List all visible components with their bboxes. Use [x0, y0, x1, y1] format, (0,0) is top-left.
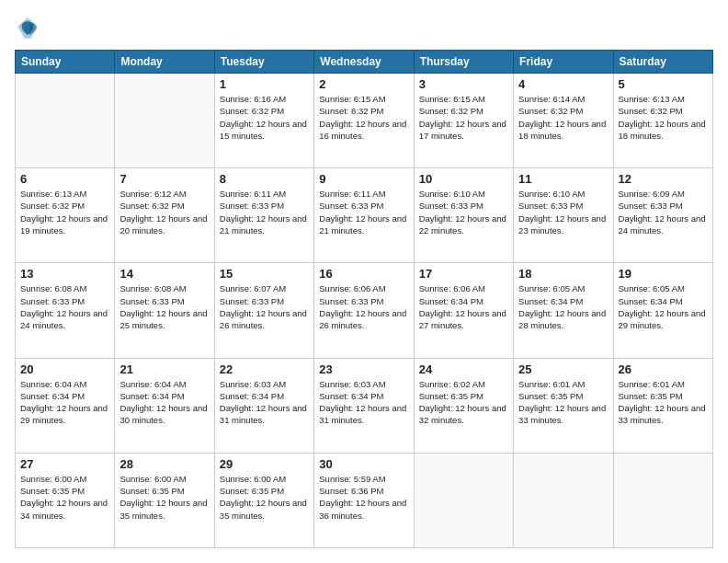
calendar-cell: 19Sunrise: 6:05 AM Sunset: 6:34 PM Dayli… — [613, 263, 712, 358]
calendar-cell — [613, 453, 712, 547]
weekday-header: Saturday — [613, 51, 712, 74]
calendar-cell: 10Sunrise: 6:10 AM Sunset: 6:33 PM Dayli… — [414, 168, 513, 263]
weekday-header: Friday — [514, 51, 613, 74]
day-info: Sunrise: 6:06 AM Sunset: 6:33 PM Dayligh… — [319, 282, 408, 331]
calendar-table: SundayMondayTuesdayWednesdayThursdayFrid… — [15, 50, 713, 548]
day-number: 1 — [220, 77, 309, 91]
calendar-cell: 9Sunrise: 6:11 AM Sunset: 6:33 PM Daylig… — [314, 168, 414, 263]
day-info: Sunrise: 6:14 AM Sunset: 6:32 PM Dayligh… — [518, 93, 608, 142]
day-number: 26 — [619, 362, 708, 376]
day-info: Sunrise: 6:10 AM Sunset: 6:33 PM Dayligh… — [419, 188, 508, 236]
logo-icon — [15, 15, 40, 40]
day-info: Sunrise: 6:12 AM Sunset: 6:32 PM Dayligh… — [119, 188, 209, 236]
day-number: 17 — [419, 267, 508, 281]
day-info: Sunrise: 6:16 AM Sunset: 6:32 PM Dayligh… — [220, 93, 309, 142]
calendar-cell — [115, 74, 214, 168]
day-info: Sunrise: 6:11 AM Sunset: 6:33 PM Dayligh… — [220, 188, 309, 236]
day-number: 5 — [619, 77, 708, 91]
calendar-cell: 25Sunrise: 6:01 AM Sunset: 6:35 PM Dayli… — [514, 358, 613, 453]
calendar-week-row: 1Sunrise: 6:16 AM Sunset: 6:32 PM Daylig… — [16, 74, 713, 168]
day-number: 23 — [319, 362, 408, 376]
day-info: Sunrise: 6:08 AM Sunset: 6:33 PM Dayligh… — [20, 282, 109, 331]
day-number: 11 — [518, 172, 608, 186]
weekday-header: Wednesday — [314, 51, 414, 74]
day-number: 19 — [619, 267, 708, 281]
day-info: Sunrise: 6:01 AM Sunset: 6:35 PM Dayligh… — [619, 378, 708, 427]
day-number: 21 — [119, 362, 209, 376]
day-info: Sunrise: 6:00 AM Sunset: 6:35 PM Dayligh… — [20, 473, 109, 522]
weekday-header: Tuesday — [214, 51, 313, 74]
calendar-cell: 1Sunrise: 6:16 AM Sunset: 6:32 PM Daylig… — [214, 74, 313, 168]
day-number: 16 — [319, 267, 408, 281]
weekday-header: Monday — [115, 51, 214, 74]
day-info: Sunrise: 6:06 AM Sunset: 6:34 PM Dayligh… — [419, 282, 508, 331]
calendar-cell: 13Sunrise: 6:08 AM Sunset: 6:33 PM Dayli… — [16, 263, 115, 358]
day-number: 14 — [119, 267, 209, 281]
calendar-cell: 17Sunrise: 6:06 AM Sunset: 6:34 PM Dayli… — [414, 263, 513, 358]
day-info: Sunrise: 6:10 AM Sunset: 6:33 PM Dayligh… — [518, 188, 608, 236]
calendar-cell: 26Sunrise: 6:01 AM Sunset: 6:35 PM Dayli… — [613, 358, 712, 453]
day-info: Sunrise: 5:59 AM Sunset: 6:36 PM Dayligh… — [319, 473, 408, 522]
logo — [15, 15, 44, 40]
calendar-cell: 4Sunrise: 6:14 AM Sunset: 6:32 PM Daylig… — [514, 74, 613, 168]
calendar-cell: 2Sunrise: 6:15 AM Sunset: 6:32 PM Daylig… — [314, 74, 414, 168]
day-info: Sunrise: 6:13 AM Sunset: 6:32 PM Dayligh… — [619, 93, 708, 142]
header — [15, 15, 713, 40]
day-info: Sunrise: 6:00 AM Sunset: 6:35 PM Dayligh… — [119, 473, 209, 522]
calendar-cell: 30Sunrise: 5:59 AM Sunset: 6:36 PM Dayli… — [314, 453, 414, 547]
day-number: 2 — [319, 77, 408, 91]
calendar-cell: 28Sunrise: 6:00 AM Sunset: 6:35 PM Dayli… — [115, 453, 214, 547]
calendar-week-row: 6Sunrise: 6:13 AM Sunset: 6:32 PM Daylig… — [16, 168, 713, 263]
day-info: Sunrise: 6:00 AM Sunset: 6:35 PM Dayligh… — [220, 473, 309, 522]
calendar-cell: 16Sunrise: 6:06 AM Sunset: 6:33 PM Dayli… — [314, 263, 414, 358]
day-info: Sunrise: 6:15 AM Sunset: 6:32 PM Dayligh… — [419, 93, 508, 142]
day-info: Sunrise: 6:02 AM Sunset: 6:35 PM Dayligh… — [419, 378, 508, 427]
calendar-cell — [414, 453, 513, 547]
calendar-cell: 15Sunrise: 6:07 AM Sunset: 6:33 PM Dayli… — [214, 263, 313, 358]
day-number: 6 — [20, 172, 109, 186]
calendar-week-row: 13Sunrise: 6:08 AM Sunset: 6:33 PM Dayli… — [16, 263, 713, 358]
day-number: 29 — [220, 457, 309, 471]
calendar-cell: 21Sunrise: 6:04 AM Sunset: 6:34 PM Dayli… — [115, 358, 214, 453]
day-info: Sunrise: 6:09 AM Sunset: 6:33 PM Dayligh… — [619, 188, 708, 236]
calendar-cell: 20Sunrise: 6:04 AM Sunset: 6:34 PM Dayli… — [16, 358, 115, 453]
calendar-cell — [514, 453, 613, 547]
day-number: 8 — [220, 172, 309, 186]
weekday-header: Thursday — [414, 51, 513, 74]
day-number: 9 — [319, 172, 408, 186]
calendar-header-row: SundayMondayTuesdayWednesdayThursdayFrid… — [16, 51, 713, 74]
day-number: 12 — [619, 172, 708, 186]
day-info: Sunrise: 6:08 AM Sunset: 6:33 PM Dayligh… — [119, 282, 209, 331]
day-info: Sunrise: 6:07 AM Sunset: 6:33 PM Dayligh… — [220, 282, 309, 331]
calendar-week-row: 20Sunrise: 6:04 AM Sunset: 6:34 PM Dayli… — [16, 358, 713, 453]
calendar-cell: 6Sunrise: 6:13 AM Sunset: 6:32 PM Daylig… — [16, 168, 115, 263]
calendar-cell: 5Sunrise: 6:13 AM Sunset: 6:32 PM Daylig… — [613, 74, 712, 168]
calendar-cell: 22Sunrise: 6:03 AM Sunset: 6:34 PM Dayli… — [214, 358, 313, 453]
day-info: Sunrise: 6:01 AM Sunset: 6:35 PM Dayligh… — [518, 378, 608, 427]
day-number: 3 — [419, 77, 508, 91]
day-info: Sunrise: 6:05 AM Sunset: 6:34 PM Dayligh… — [619, 282, 708, 331]
day-number: 7 — [119, 172, 209, 186]
day-info: Sunrise: 6:13 AM Sunset: 6:32 PM Dayligh… — [20, 188, 109, 236]
calendar-week-row: 27Sunrise: 6:00 AM Sunset: 6:35 PM Dayli… — [16, 453, 713, 547]
day-number: 18 — [518, 267, 608, 281]
day-number: 28 — [119, 457, 209, 471]
calendar-cell: 29Sunrise: 6:00 AM Sunset: 6:35 PM Dayli… — [214, 453, 313, 547]
day-info: Sunrise: 6:03 AM Sunset: 6:34 PM Dayligh… — [319, 378, 408, 427]
page: SundayMondayTuesdayWednesdayThursdayFrid… — [0, 0, 728, 563]
day-number: 25 — [518, 362, 608, 376]
calendar-cell: 7Sunrise: 6:12 AM Sunset: 6:32 PM Daylig… — [115, 168, 214, 263]
day-number: 4 — [518, 77, 608, 91]
calendar-cell: 24Sunrise: 6:02 AM Sunset: 6:35 PM Dayli… — [414, 358, 513, 453]
day-number: 20 — [20, 362, 109, 376]
day-info: Sunrise: 6:11 AM Sunset: 6:33 PM Dayligh… — [319, 188, 408, 236]
day-info: Sunrise: 6:03 AM Sunset: 6:34 PM Dayligh… — [220, 378, 309, 427]
day-number: 22 — [220, 362, 309, 376]
calendar-cell: 12Sunrise: 6:09 AM Sunset: 6:33 PM Dayli… — [613, 168, 712, 263]
calendar-cell: 3Sunrise: 6:15 AM Sunset: 6:32 PM Daylig… — [414, 74, 513, 168]
day-number: 24 — [419, 362, 508, 376]
weekday-header: Sunday — [16, 51, 115, 74]
day-number: 30 — [319, 457, 408, 471]
day-info: Sunrise: 6:05 AM Sunset: 6:34 PM Dayligh… — [518, 282, 608, 331]
calendar-cell: 11Sunrise: 6:10 AM Sunset: 6:33 PM Dayli… — [514, 168, 613, 263]
